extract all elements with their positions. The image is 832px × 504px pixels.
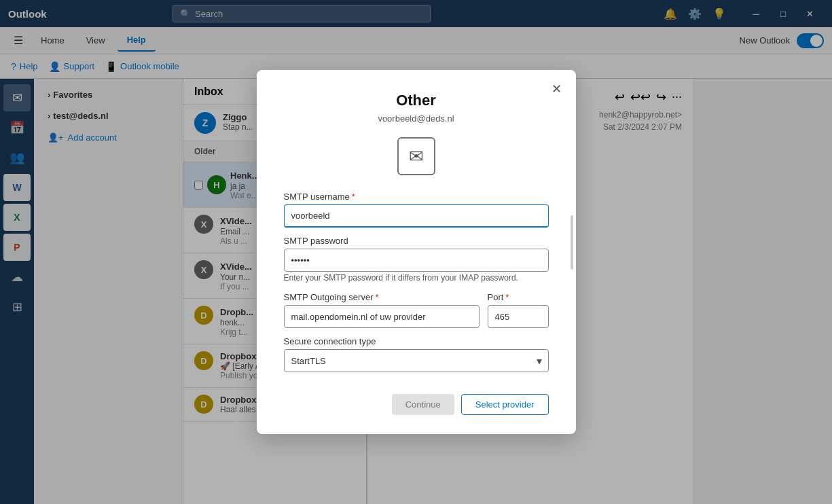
smtp-password-label: SMTP password [284, 236, 549, 246]
continue-button[interactable]: Continue [392, 394, 454, 415]
modal-dialog: ✕ Other voorbeeld@deds.nl ✉ SMTP usernam… [257, 70, 576, 434]
smtp-password-input[interactable] [284, 249, 549, 272]
port-label: Port * [488, 292, 549, 302]
required-indicator-3: * [505, 292, 509, 302]
secure-connection-label: Secure connection type [284, 336, 549, 346]
envelope-icon: ✉ [409, 146, 424, 167]
port-col: Port * [488, 292, 549, 336]
modal-mail-icon: ✉ [397, 137, 435, 175]
modal-close-button[interactable]: ✕ [547, 79, 566, 98]
port-input[interactable] [488, 305, 549, 328]
smtp-server-col: SMTP Outgoing server * [284, 292, 480, 336]
smtp-server-label: SMTP Outgoing server * [284, 292, 480, 302]
smtp-username-input[interactable] [284, 204, 549, 228]
required-indicator: * [352, 192, 355, 202]
smtp-server-port-row: SMTP Outgoing server * Port * [284, 292, 549, 336]
smtp-username-label: SMTP username * [284, 192, 549, 202]
required-indicator-2: * [375, 292, 378, 302]
modal-footer: Continue Select provider [392, 394, 549, 415]
modal-form: SMTP username * SMTP password Enter your… [284, 192, 549, 380]
secure-connection-select[interactable]: StartTLS SSL/TLS None [284, 349, 549, 372]
smtp-server-input[interactable] [284, 305, 480, 328]
smtp-password-hint: Enter your SMTP password if it differs f… [284, 273, 549, 283]
select-provider-button[interactable]: Select provider [461, 394, 549, 415]
secure-connection-wrapper: StartTLS SSL/TLS None [284, 349, 549, 372]
modal-scrollbar [571, 215, 573, 270]
modal-title: Other [396, 92, 436, 109]
modal-overlay: ✕ Other voorbeeld@deds.nl ✉ SMTP usernam… [0, 0, 832, 504]
modal-email: voorbeeld@deds.nl [378, 113, 454, 124]
